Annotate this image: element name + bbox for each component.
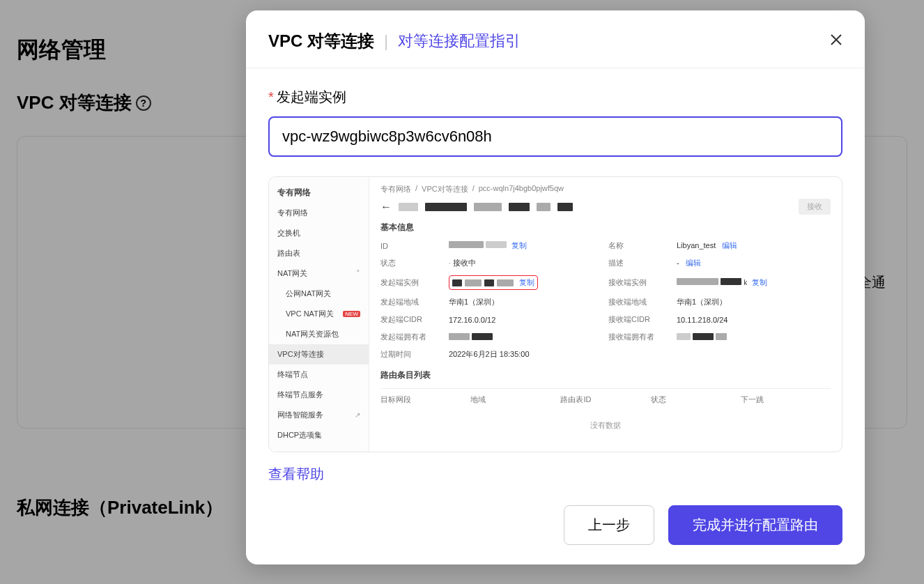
val-src-region: 华南1（深圳） (449, 297, 603, 307)
close-button[interactable] (830, 33, 842, 49)
breadcrumb: 专有网络/ VPC对等连接/ pcc-wqln7j4bgb0pjwf5qw (380, 184, 831, 194)
sidebar-item[interactable]: NAT网关˄ (269, 263, 369, 284)
val-status: · 接收中 (449, 258, 603, 268)
close-icon (830, 33, 842, 46)
sidebar-item[interactable]: NAT网关资源包 (269, 324, 369, 344)
divider: | (384, 31, 388, 51)
prev-button[interactable]: 上一步 (564, 505, 654, 545)
val-name: Libyan_test 编辑 (677, 240, 831, 251)
sidebar-item[interactable]: 网络智能服务↗ (269, 405, 369, 425)
lbl-name: 名称 (608, 240, 671, 251)
val-dst-inst: k 复制 (677, 277, 831, 288)
source-instance-input[interactable] (268, 116, 842, 157)
sidebar-item[interactable]: 公网NAT网关 (269, 284, 369, 304)
lbl-status: 状态 (380, 258, 443, 268)
copy-link[interactable]: 复制 (511, 241, 527, 249)
lbl-id: ID (380, 242, 443, 250)
sidebar-item[interactable]: DHCP选项集 (269, 425, 369, 445)
lbl-dst-cidr: 接收端CIDR (608, 314, 671, 325)
copy-link[interactable]: 复制 (752, 278, 767, 286)
lbl-dst-owner: 接收端拥有者 (608, 332, 671, 342)
breadcrumb-item[interactable]: VPC对等连接 (422, 184, 468, 194)
lbl-src-inst: 发起端实例 (380, 277, 443, 288)
sidebar-item[interactable]: VPC NAT网关NEW (269, 304, 369, 324)
copy-link[interactable]: 复制 (519, 277, 534, 288)
route-list-title: 路由条目列表 (380, 369, 831, 381)
lbl-src-cidr: 发起端CIDR (380, 314, 443, 325)
modal-title: VPC 对等连接 (268, 30, 374, 52)
lbl-src-owner: 发起端拥有者 (380, 332, 443, 342)
accept-button[interactable]: 接收 (799, 199, 831, 215)
sidebar-item[interactable]: 路由表 (269, 243, 369, 263)
redacted (537, 203, 550, 211)
val-desc: - 编辑 (677, 258, 831, 268)
sidebar-item[interactable]: VPC对等连接 (269, 344, 369, 364)
basic-info-title: 基本信息 (380, 222, 831, 233)
lbl-desc: 描述 (608, 258, 671, 268)
modal-vpc-peering: VPC 对等连接 | 对等连接配置指引 *发起端实例 专有网络 专有网络交换机路… (246, 10, 865, 564)
breadcrumb-item[interactable]: 专有网络 (380, 184, 411, 194)
submit-button[interactable]: 完成并进行配置路由 (668, 505, 842, 545)
val-src-owner (449, 333, 603, 341)
lbl-src-region: 发起端地域 (380, 297, 443, 307)
sidebar-item[interactable]: 专有网络 (269, 203, 369, 223)
val-id: 复制 (449, 240, 603, 251)
lbl-expire: 过期时间 (380, 349, 443, 360)
lbl-dst-region: 接收端地域 (608, 297, 671, 307)
val-dst-region: 华南1（深圳） (677, 297, 831, 307)
breadcrumb-item: pcc-wqln7j4bgb0pjwf5qw (479, 184, 564, 194)
embed-sidebar: 专有网络 专有网络交换机路由表NAT网关˄公网NAT网关VPC NAT网关NEW… (269, 177, 369, 452)
sidebar-item[interactable]: 终端节点 (269, 364, 369, 385)
console-screenshot: 专有网络 专有网络交换机路由表NAT网关˄公网NAT网关VPC NAT网关NEW… (268, 176, 842, 452)
val-dst-cidr: 10.11.218.0/24 (677, 316, 831, 324)
back-arrow-icon[interactable]: ← (380, 201, 392, 213)
val-dst-owner (677, 333, 831, 341)
val-src-inst: 复制 (449, 275, 603, 290)
route-table-header: 目标网段 地域 路由表ID 状态 下一跳 (380, 388, 831, 410)
val-src-cidr: 172.16.0.0/12 (449, 316, 603, 324)
redacted (425, 203, 467, 211)
val-expire: 2022年6月2日 18:35:00 (449, 349, 603, 360)
sidebar-title: 专有网络 (269, 183, 369, 203)
redacted (474, 203, 502, 211)
sidebar-item[interactable]: 交换机 (269, 223, 369, 243)
redacted (399, 203, 418, 211)
external-link-icon: ↗ (355, 411, 360, 419)
help-link[interactable]: 查看帮助 (268, 452, 324, 484)
edit-link[interactable]: 编辑 (722, 241, 737, 249)
chevron-up-icon: ˄ (356, 269, 360, 278)
guide-link[interactable]: 对等连接配置指引 (398, 31, 521, 52)
lbl-dst-inst: 接收端实例 (608, 277, 671, 288)
field-label-source-instance: *发起端实例 (268, 88, 842, 107)
edit-link[interactable]: 编辑 (686, 259, 701, 267)
redacted (509, 203, 530, 211)
route-table-empty: 没有数据 (380, 410, 831, 440)
highlighted-source-instance: 复制 (449, 275, 538, 290)
sidebar-item[interactable]: 终端节点服务 (269, 385, 369, 405)
redacted (557, 203, 573, 211)
